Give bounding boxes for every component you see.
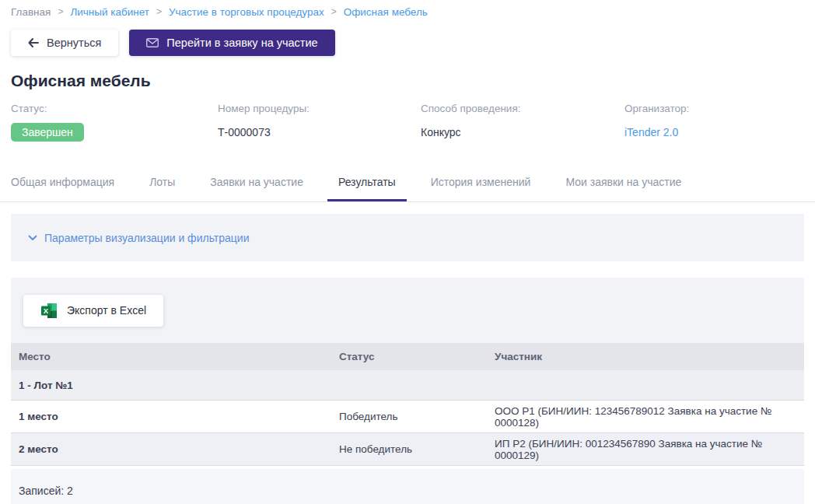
export-panel: X Экспорт в Excel <box>11 278 804 343</box>
breadcrumb-trade-procedures[interactable]: Участие в торговых процедурах <box>169 5 324 19</box>
breadcrumb-separator-icon: > <box>331 5 337 19</box>
svg-text:X: X <box>44 306 49 314</box>
go-to-bid-button-label: Перейти в заявку на участие <box>166 37 317 49</box>
procedure-number-label: Номер процедуры: <box>218 103 421 114</box>
cell-place: 1 место <box>11 411 331 422</box>
table-header-row: Место Статус Участник <box>11 343 804 370</box>
breadcrumb: Главная > Личный кабинет > Участие в тор… <box>0 0 815 19</box>
breadcrumb-separator-icon: > <box>58 5 63 19</box>
column-header-status: Статус <box>331 351 487 362</box>
info-status: Статус: Завершен <box>11 103 218 142</box>
procedure-info: Статус: Завершен Номер процедуры: Т-0000… <box>11 103 804 142</box>
column-header-participant: Участник <box>487 351 804 362</box>
tab-bar: Общая информация Лоты Заявки на участие … <box>0 166 815 202</box>
organizer-label: Организатор: <box>624 103 804 114</box>
records-count: Записей: 2 <box>11 469 804 504</box>
export-excel-label: Экспорт в Excel <box>67 304 146 317</box>
back-button[interactable]: Вернуться <box>11 30 118 56</box>
breadcrumb-current-page[interactable]: Офисная мебель <box>344 5 428 19</box>
toolbar: Вернуться Перейти в заявку на участие <box>11 30 804 56</box>
envelope-icon <box>146 38 159 47</box>
tab-lots[interactable]: Лоты <box>138 166 186 201</box>
cell-participant: ООО Р1 (БИН/ИИН: 123456789012 Заявка на … <box>487 405 804 429</box>
page-title: Офисная мебель <box>11 72 804 90</box>
excel-icon: X <box>40 303 58 319</box>
table-row[interactable]: 2 место Не победитель ИП Р2 (БИН/ИИН: 00… <box>11 433 804 466</box>
method-label: Способ проведения: <box>421 103 624 114</box>
arrow-left-icon <box>28 38 39 47</box>
results-content: Параметры визуализации и фильтрации X Эк… <box>11 214 804 504</box>
tab-my-bids[interactable]: Мои заявки на участие <box>554 166 692 201</box>
info-organizer: Организатор: iTender 2.0 <box>624 103 804 142</box>
method-value: Конкурс <box>421 122 624 142</box>
filters-toggle[interactable]: Параметры визуализации и фильтрации <box>28 232 249 244</box>
tab-participation-bids[interactable]: Заявки на участие <box>199 166 314 201</box>
cell-place: 2 место <box>11 443 331 455</box>
breadcrumb-separator-icon: > <box>156 5 162 19</box>
status-label: Статус: <box>11 103 218 114</box>
table-row[interactable]: 1 место Победитель ООО Р1 (БИН/ИИН: 1234… <box>11 401 804 433</box>
procedure-number-value: Т-0000073 <box>218 122 421 142</box>
tab-change-history[interactable]: История изменений <box>420 166 542 201</box>
group-row-label: 1 - Лот №1 <box>11 380 331 391</box>
export-excel-button[interactable]: X Экспорт в Excel <box>23 295 163 327</box>
filters-toggle-label: Параметры визуализации и фильтрации <box>44 232 249 244</box>
cell-status: Не победитель <box>331 443 487 455</box>
organizer-link[interactable]: iTender 2.0 <box>624 126 678 138</box>
breadcrumb-personal-cabinet[interactable]: Личный кабинет <box>70 5 149 19</box>
go-to-bid-button[interactable]: Перейти в заявку на участие <box>129 30 334 56</box>
filters-panel: Параметры визуализации и фильтрации <box>11 214 804 261</box>
back-button-label: Вернуться <box>47 37 101 49</box>
table-group-row: 1 - Лот №1 <box>11 370 804 401</box>
tab-general-info[interactable]: Общая информация <box>0 166 125 201</box>
breadcrumb-home[interactable]: Главная <box>11 5 51 19</box>
cell-status: Победитель <box>331 411 487 422</box>
results-table: Место Статус Участник 1 - Лот №1 1 место… <box>11 343 804 504</box>
info-procedure-number: Номер процедуры: Т-0000073 <box>218 103 421 142</box>
cell-participant: ИП Р2 (БИН/ИИН: 001234567890 Заявка на у… <box>487 438 804 461</box>
info-method: Способ проведения: Конкурс <box>421 103 624 142</box>
chevron-down-icon <box>28 235 37 241</box>
tab-results[interactable]: Результаты <box>327 166 407 201</box>
status-badge: Завершен <box>11 123 84 142</box>
column-header-place: Место <box>11 351 331 362</box>
